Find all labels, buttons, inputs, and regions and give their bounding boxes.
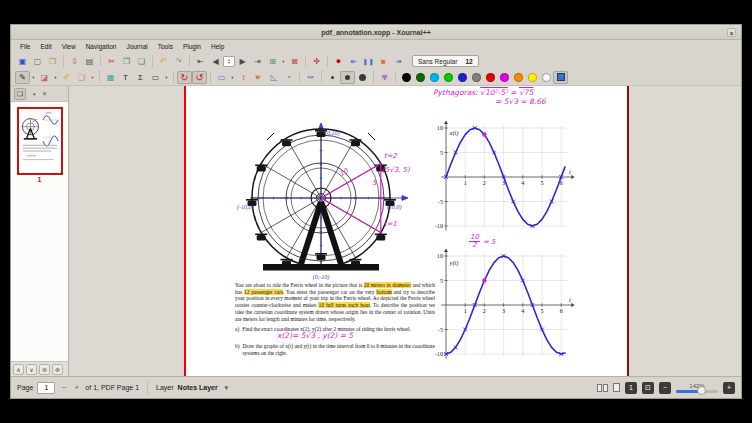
page-preview-toggle-button[interactable]: ❏ bbox=[14, 88, 26, 100]
redo-button[interactable]: ↷ bbox=[171, 55, 186, 68]
color-swatch-red[interactable] bbox=[486, 73, 495, 82]
pause-button[interactable]: ❚❚ bbox=[361, 55, 376, 68]
thickness-medium-button[interactable] bbox=[340, 71, 355, 84]
color-swatch-blue[interactable] bbox=[458, 73, 467, 82]
item-a-label: a) bbox=[235, 326, 239, 333]
scroll-down-button[interactable]: ∨ bbox=[26, 364, 37, 375]
stylus-button[interactable]: ✑ bbox=[303, 71, 318, 84]
zoom-fit-button[interactable]: ⊡ bbox=[642, 382, 654, 394]
color-swatch-light-blue[interactable] bbox=[430, 73, 439, 82]
select-object-button[interactable]: ❑ bbox=[74, 71, 89, 84]
sidebar-settings-button[interactable]: ⊛ bbox=[52, 364, 63, 375]
new-document-button[interactable]: ▢ bbox=[30, 55, 45, 68]
thickness-thick-button[interactable] bbox=[355, 71, 370, 84]
undo-button[interactable]: ↶ bbox=[156, 55, 171, 68]
page-thumbnails-panel[interactable]: 1 bbox=[11, 101, 68, 361]
titlebar[interactable]: pdf_annotation.xopp - Xournal++ × bbox=[11, 25, 741, 40]
last-page-button[interactable]: ⇥ bbox=[250, 55, 265, 68]
color-picker-button[interactable] bbox=[553, 71, 568, 84]
two-page-view-icon[interactable] bbox=[597, 384, 608, 392]
rewind-button[interactable]: ↞ bbox=[346, 55, 361, 68]
print-button[interactable]: ▤ bbox=[82, 55, 97, 68]
menu-journal[interactable]: Journal bbox=[121, 43, 152, 50]
text-tool-button[interactable]: T bbox=[118, 71, 133, 84]
menu-edit[interactable]: Edit bbox=[35, 43, 56, 50]
page-number-input[interactable] bbox=[37, 382, 55, 394]
color-swatch-magenta[interactable] bbox=[500, 73, 509, 82]
shapes-tool-button[interactable]: ▭ bbox=[148, 71, 163, 84]
sidebar-close-button[interactable]: × bbox=[39, 88, 51, 100]
thickness-fine-button[interactable] bbox=[325, 71, 340, 84]
cut-button[interactable]: ✂ bbox=[104, 55, 119, 68]
add-page-dropdown-icon[interactable]: ▾ bbox=[280, 55, 287, 68]
highlighter-tool-button[interactable]: ✐ bbox=[59, 71, 74, 84]
zoom-out-button[interactable]: − bbox=[659, 382, 671, 394]
color-swatch-black[interactable] bbox=[402, 73, 411, 82]
page-number-spinner[interactable]: ▴▾ bbox=[223, 56, 235, 67]
sidebar-dropdown-icon[interactable]: ▾ bbox=[33, 91, 36, 97]
forward-button[interactable]: ↠ bbox=[391, 55, 406, 68]
draw-circle-button[interactable]: ↺ bbox=[192, 71, 207, 84]
layer-dropdown-icon[interactable]: ▾ bbox=[222, 382, 231, 394]
color-swatch-white[interactable] bbox=[542, 73, 551, 82]
save-button[interactable]: ▣ bbox=[15, 55, 30, 68]
draw-arc-button[interactable]: ◔ bbox=[281, 71, 296, 84]
zoom-in-button[interactable]: + bbox=[723, 382, 735, 394]
font-selector[interactable]: Sans Regular 12 bbox=[412, 55, 479, 67]
window-close-button[interactable]: × bbox=[727, 28, 736, 37]
copy-layer-button[interactable]: ⊚ bbox=[39, 364, 50, 375]
insert-image-button[interactable]: ▦ bbox=[103, 71, 118, 84]
menu-navigation[interactable]: Navigation bbox=[81, 43, 122, 50]
page-1-thumbnail[interactable] bbox=[17, 107, 63, 175]
zoom-slider-knob[interactable] bbox=[697, 386, 706, 395]
select-rectangle-button[interactable]: ▭ bbox=[214, 71, 229, 84]
pdf-page[interactable]: 10 5 t=2 (5√3, 5) t=1 (0,10) (-10,0) (10… bbox=[184, 86, 629, 376]
single-page-view-icon[interactable] bbox=[613, 383, 620, 392]
color-swatch-gray[interactable] bbox=[472, 73, 481, 82]
hand-tool-button[interactable]: ☛ bbox=[251, 71, 266, 84]
select-rectangle-dropdown-icon[interactable]: ▾ bbox=[229, 71, 236, 84]
color-swatch-green[interactable] bbox=[444, 73, 453, 82]
zoom-100-button[interactable]: 1 bbox=[625, 382, 637, 394]
menu-file[interactable]: File bbox=[15, 43, 35, 50]
scroll-up-button[interactable]: ∧ bbox=[13, 364, 24, 375]
zoom-slider[interactable] bbox=[676, 390, 718, 393]
stop-button[interactable]: ■ bbox=[376, 55, 391, 68]
draw-line-button[interactable]: ◺ bbox=[266, 71, 281, 84]
color-swatch-dark-green[interactable] bbox=[416, 73, 425, 82]
menu-view[interactable]: View bbox=[57, 43, 81, 50]
next-page-button[interactable]: ▶ bbox=[235, 55, 250, 68]
fullscreen-button[interactable]: ✜ bbox=[309, 55, 324, 68]
toolbar-separator bbox=[327, 55, 328, 67]
toolbar-separator bbox=[395, 71, 396, 83]
previous-page-button[interactable]: ◀ bbox=[208, 55, 223, 68]
menu-plugin[interactable]: Plugin bbox=[178, 43, 206, 50]
eraser-dropdown-icon[interactable]: ▾ bbox=[52, 71, 59, 84]
shape-recognizer-button[interactable]: ↻ bbox=[177, 71, 192, 84]
open-button[interactable]: ❒ bbox=[45, 55, 60, 68]
record-audio-button[interactable]: ● bbox=[331, 55, 346, 68]
export-pdf-button[interactable]: ⇩ bbox=[67, 55, 82, 68]
pen-tool-button[interactable]: ✎ bbox=[15, 71, 30, 84]
delete-page-button[interactable]: ⊠ bbox=[287, 55, 302, 68]
menu-help[interactable]: Help bbox=[206, 43, 229, 50]
paste-button[interactable]: ❏ bbox=[134, 55, 149, 68]
select-object-dropdown-icon[interactable]: ▾ bbox=[89, 71, 96, 84]
pen-dropdown-icon[interactable]: ▾ bbox=[30, 71, 37, 84]
color-swatch-orange[interactable] bbox=[514, 73, 523, 82]
copy-button[interactable]: ❐ bbox=[119, 55, 134, 68]
add-page-button[interactable]: ⊞ bbox=[265, 55, 280, 68]
page-increment-button[interactable]: + bbox=[72, 382, 81, 394]
page-decrement-button[interactable]: − bbox=[59, 382, 68, 394]
math-tex-button[interactable]: Σ bbox=[133, 71, 148, 84]
lasso-tool-button[interactable]: ✾ bbox=[377, 71, 392, 84]
vertical-space-button[interactable]: ↕ bbox=[236, 71, 251, 84]
menu-tools[interactable]: Tools bbox=[153, 43, 178, 50]
page-label: Page bbox=[17, 384, 33, 391]
sidebar-header: ❏ ▾ × bbox=[11, 86, 68, 101]
eraser-tool-button[interactable]: ◪ bbox=[37, 71, 52, 84]
document-canvas[interactable]: 10 5 t=2 (5√3, 5) t=1 (0,10) (-10,0) (10… bbox=[69, 86, 741, 376]
first-page-button[interactable]: ⇤ bbox=[193, 55, 208, 68]
color-swatch-yellow[interactable] bbox=[528, 73, 537, 82]
shapes-dropdown-icon[interactable]: ▾ bbox=[163, 71, 170, 84]
